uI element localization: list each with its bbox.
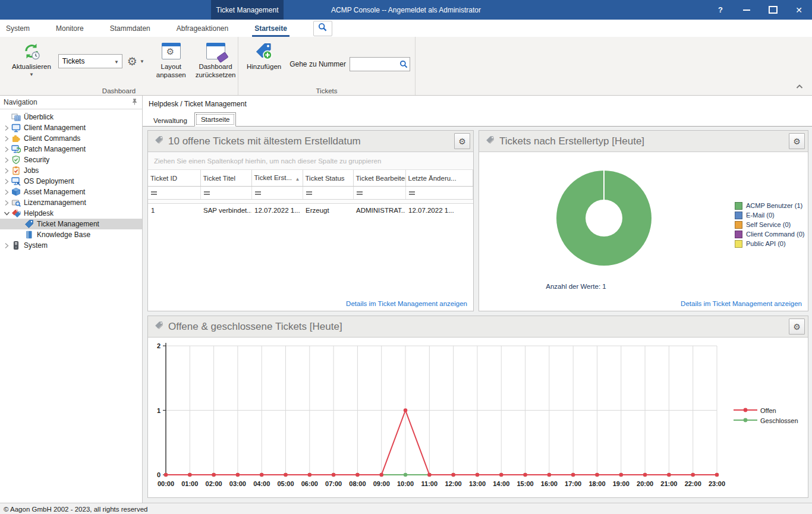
sidebar-item-asset-management[interactable]: Asset Management: [0, 187, 142, 197]
search-icon[interactable]: [399, 60, 408, 71]
sidebar-item-jobs[interactable]: Jobs: [0, 165, 142, 176]
legend-label: Self Service (0): [746, 221, 791, 228]
svg-text:21:00: 21:00: [660, 480, 677, 487]
tag-icon: [154, 320, 164, 333]
menu-tab-startseite[interactable]: Startseite: [248, 20, 293, 37]
window-controls: ? ✕: [707, 0, 812, 20]
svg-text:22:00: 22:00: [685, 480, 701, 487]
details-link[interactable]: Details im Ticket Management anzeigen: [681, 300, 802, 307]
titlebar-app-tab[interactable]: Ticket Management: [211, 0, 284, 20]
collapse-ribbon-button[interactable]: [795, 81, 804, 92]
column-header-ticket-erst[interactable]: Ticket Erst...▲: [251, 170, 303, 187]
helpdesk-icon: [11, 209, 21, 218]
column-header-ticket-id[interactable]: Ticket ID: [148, 170, 200, 187]
tab-startseite[interactable]: Startseite: [194, 112, 237, 127]
legend-item-client-command[interactable]: Client Command (0): [735, 229, 804, 239]
chevron-right-icon[interactable]: [2, 178, 11, 185]
window-eraser-icon: [206, 41, 225, 61]
sidebar-item-knowledge-base[interactable]: Knowledge Base: [0, 229, 142, 240]
sidebar-item-security[interactable]: Security: [0, 154, 142, 165]
panel-settings-button[interactable]: ⚙: [789, 133, 805, 149]
dashboard-reset-button[interactable]: Dashboard zurücksetzen: [193, 40, 238, 81]
maximize-button[interactable]: [760, 0, 786, 20]
chevron-right-icon[interactable]: [2, 125, 11, 131]
chevron-up-icon: [795, 81, 804, 91]
help-button[interactable]: ?: [707, 0, 734, 20]
legend-item-self-service[interactable]: Self Service (0): [735, 220, 804, 229]
panel-open-closed-header: Offene & geschlossene Tickets [Heute] ⚙: [148, 316, 808, 338]
window-title: ACMP Console -- Angemeldet als Administr…: [0, 0, 812, 20]
panel-settings-button[interactable]: ⚙: [789, 319, 805, 335]
filter-cell-ticket-bearbeiter[interactable]: [353, 187, 405, 200]
filter-cell-ticket-status[interactable]: [303, 187, 353, 200]
chevron-right-icon[interactable]: [2, 157, 11, 163]
sidebar-item-berblick[interactable]: Überblick: [0, 112, 142, 122]
ribbon-search-button[interactable]: [313, 21, 332, 36]
chevron-down-icon[interactable]: [2, 211, 11, 216]
sidebar-item-ticket-management[interactable]: Ticket Management: [0, 219, 142, 229]
svg-text:15:00: 15:00: [517, 480, 533, 487]
knowledge-base-icon: [24, 230, 34, 239]
filter-cell-ticket-titel[interactable]: [200, 187, 251, 200]
copyright-text: © Aagon GmbH 2002 - 2023, all rights res…: [4, 506, 147, 513]
tickets-grid: Ticket IDTicket TitelTicket Erst...▲Tick…: [148, 170, 473, 216]
sidebar-item-client-management[interactable]: Client Management: [0, 122, 142, 133]
sidebar-item-patch-management[interactable]: Patch Management: [0, 144, 142, 154]
filter-cell-ticket-erst[interactable]: [251, 187, 303, 200]
chevron-right-icon[interactable]: [2, 200, 11, 206]
asset-management-icon: [11, 187, 21, 197]
chevron-right-icon[interactable]: [2, 146, 11, 153]
grid-header-row: Ticket IDTicket TitelTicket Erst...▲Tick…: [148, 170, 473, 187]
filter-equals-icon: [204, 190, 210, 196]
refresh-icon: [22, 41, 41, 61]
column-header-ticket-titel[interactable]: Ticket Titel: [200, 170, 251, 187]
dashboard-settings-button[interactable]: ⚙ ▼: [127, 56, 144, 67]
filter-cell-ticket-id[interactable]: [148, 187, 200, 200]
legend-line-swatch: [734, 407, 760, 414]
add-ticket-button[interactable]: Hinzufügen: [244, 40, 284, 72]
dashboard-select[interactable]: Tickets ▼: [58, 54, 122, 68]
pin-icon[interactable]: [131, 97, 139, 108]
goto-number-input[interactable]: [351, 58, 399, 70]
legend-item-e-mail[interactable]: E-Mail (0): [735, 210, 804, 220]
menu-tab-stammdaten[interactable]: Stammdaten: [104, 20, 156, 37]
chevron-right-icon[interactable]: [2, 189, 11, 195]
svg-text:20:00: 20:00: [637, 480, 653, 487]
svg-text:14:00: 14:00: [493, 480, 509, 487]
details-link[interactable]: Details im Ticket Management anzeigen: [346, 300, 467, 307]
minimize-button[interactable]: [734, 0, 760, 20]
sidebar-item-system[interactable]: System: [0, 240, 142, 251]
column-header-ticket-bearbeiter[interactable]: Ticket Bearbeiter: [353, 170, 405, 187]
dashboard-area: 10 offene Tickets mit ältestem Erstellda…: [143, 127, 812, 503]
menu-tab-system[interactable]: System: [0, 20, 36, 37]
sidebar-item-lizenzmanagement[interactable]: Lizenzmanagement: [0, 197, 142, 208]
tab-verwaltung[interactable]: Verwaltung: [147, 115, 193, 127]
menu-tab-monitore[interactable]: Monitore: [50, 20, 90, 37]
menu-tab-abfrageaktionen[interactable]: Abfrageaktionen: [171, 20, 234, 37]
chevron-right-icon[interactable]: [2, 135, 11, 142]
legend-item-acmp-benutzer[interactable]: ACMP Benutzer (1): [735, 201, 804, 210]
donut-chart: [556, 171, 652, 266]
legend-item-offen[interactable]: Offen: [734, 405, 798, 415]
column-header-letzte-nderu[interactable]: Letzte Änderu...: [405, 170, 473, 187]
cell: SAP verbindet...: [200, 204, 251, 217]
refresh-button[interactable]: Aktualisieren ▼: [10, 40, 53, 78]
svg-text:01:00: 01:00: [181, 480, 198, 487]
chevron-right-icon[interactable]: [2, 168, 11, 174]
group-by-hint[interactable]: Ziehen Sie einen Spaltenkopf hierhin, um…: [148, 152, 473, 170]
column-header-ticket-status[interactable]: Ticket Status: [303, 170, 353, 187]
sidebar-item-os-deployment[interactable]: OS Deployment: [0, 176, 142, 187]
svg-text:13:00: 13:00: [469, 480, 486, 487]
sidebar-item-helpdesk[interactable]: Helpdesk: [0, 208, 142, 219]
close-button[interactable]: ✕: [786, 0, 812, 20]
filter-cell-letzte-nderu[interactable]: [405, 187, 473, 200]
legend-item-geschlossen[interactable]: Geschlossen: [734, 415, 798, 425]
layout-adjust-button[interactable]: ⚙ Layout anpassen: [154, 40, 188, 81]
chevron-right-icon[interactable]: [2, 242, 11, 249]
legend-item-public-api[interactable]: Public API (0): [735, 239, 804, 248]
sidebar-item-client-commands[interactable]: Client Commands: [0, 133, 142, 144]
table-row[interactable]: 1SAP verbindet...12.07.2022 1...ErzeugtA…: [148, 204, 473, 217]
legend-swatch: [735, 212, 742, 219]
panel-settings-button[interactable]: ⚙: [454, 133, 470, 149]
maximize-icon: [769, 6, 778, 14]
